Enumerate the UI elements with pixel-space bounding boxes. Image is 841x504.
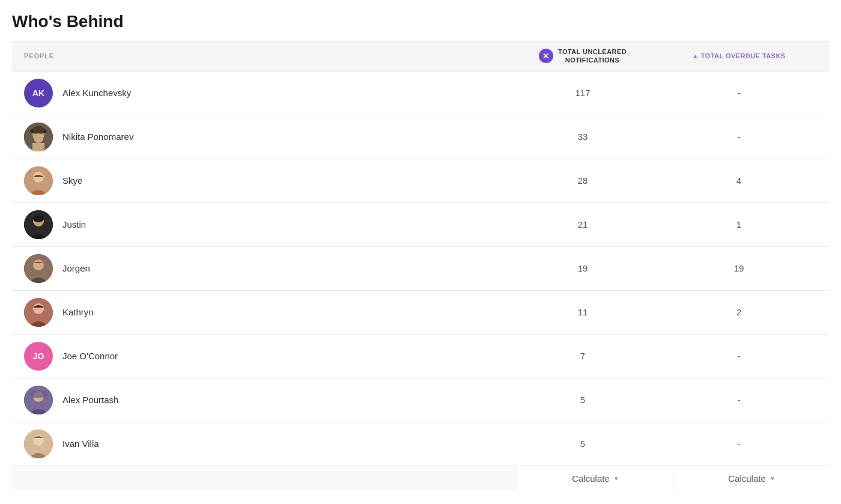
col-overdue-header[interactable]: ▲ TOTAL OVERDUE TASKS xyxy=(661,52,817,59)
avatar-svg xyxy=(24,430,53,458)
calculate-notifications-label: Calculate xyxy=(572,473,610,484)
person-cell: Skye xyxy=(24,166,505,195)
calculate-notifications-button[interactable]: Calculate ▾ xyxy=(517,466,673,491)
footer-empty xyxy=(12,466,517,491)
person-name: Alex Pourtash xyxy=(62,395,118,405)
person-cell: JO Joe O'Connor xyxy=(24,342,505,371)
avatar xyxy=(24,298,53,327)
table-row: Jorgen 19 19 xyxy=(12,247,829,291)
notifications-value: 19 xyxy=(505,263,661,273)
svg-rect-5 xyxy=(32,143,44,151)
avatar-initials: AK xyxy=(32,88,44,98)
notifications-value: 11 xyxy=(505,307,661,317)
avatar-svg xyxy=(24,123,53,151)
overdue-value: 4 xyxy=(661,175,817,186)
table-row: Alex Pourtash 5 - xyxy=(12,378,829,422)
svg-point-12 xyxy=(33,260,44,270)
table-row: Justin 21 1 xyxy=(12,203,829,247)
avatar-svg xyxy=(24,210,53,239)
table-row: Skye 28 4 xyxy=(12,159,829,203)
col-notifications-header: ✕ TOTAL UNCLEAREDNOTIFICATIONS xyxy=(505,47,661,65)
svg-point-4 xyxy=(34,133,43,143)
table-header: PEOPLE ✕ TOTAL UNCLEAREDNOTIFICATIONS ▲ … xyxy=(12,41,829,71)
avatar-svg xyxy=(24,254,53,283)
overdue-value: - xyxy=(661,351,817,361)
person-name: Joe O'Connor xyxy=(62,351,118,361)
avatar-svg xyxy=(24,386,53,414)
avatar xyxy=(24,430,53,458)
table-container: PEOPLE ✕ TOTAL UNCLEAREDNOTIFICATIONS ▲ … xyxy=(12,41,829,491)
svg-point-14 xyxy=(33,303,44,314)
notifications-value: 7 xyxy=(505,351,661,361)
person-cell: AK Alex Kunchevsky xyxy=(24,79,505,108)
close-notifications-button[interactable]: ✕ xyxy=(539,49,553,63)
person-cell: Ivan Villa xyxy=(24,430,505,458)
person-cell: Nikita Ponomarev xyxy=(24,123,505,151)
chevron-down-icon: ▾ xyxy=(615,475,618,482)
person-name: Skye xyxy=(62,175,82,186)
table-row: Nikita Ponomarev 33 - xyxy=(12,115,829,159)
sort-arrow-icon: ▲ xyxy=(692,53,698,59)
notifications-value: 33 xyxy=(505,132,661,142)
person-name: Kathryn xyxy=(62,307,94,317)
svg-rect-17 xyxy=(30,390,47,398)
overdue-value: - xyxy=(661,395,817,405)
col-people-header: PEOPLE xyxy=(24,52,505,59)
overdue-value: - xyxy=(661,439,817,449)
notifications-value: 5 xyxy=(505,395,661,405)
notifications-value: 5 xyxy=(505,439,661,449)
avatar-svg xyxy=(24,298,53,327)
notifications-value: 117 xyxy=(505,88,661,98)
avatar xyxy=(24,254,53,283)
overdue-col-label: TOTAL OVERDUE TASKS xyxy=(701,52,786,59)
table-row: Kathryn 11 2 xyxy=(12,291,829,335)
avatar: AK xyxy=(24,79,53,108)
svg-point-3 xyxy=(33,126,44,134)
overdue-value: 19 xyxy=(661,263,817,273)
footer-row: Calculate ▾ Calculate ▾ xyxy=(12,466,829,491)
avatar-initials: JO xyxy=(33,351,44,361)
person-cell: Alex Pourtash xyxy=(24,386,505,414)
person-cell: Kathryn xyxy=(24,298,505,327)
person-name: Alex Kunchevsky xyxy=(62,88,131,98)
avatar xyxy=(24,166,53,195)
notifications-value: 21 xyxy=(505,219,661,229)
calculate-overdue-label: Calculate xyxy=(728,473,766,484)
table-row: AK Alex Kunchevsky 117 - xyxy=(12,71,829,115)
page-container: Who's Behind PEOPLE ✕ TOTAL UNCLEAREDNOT… xyxy=(0,0,841,491)
svg-point-10 xyxy=(33,215,44,222)
notifications-value: 28 xyxy=(505,175,661,186)
overdue-value: 2 xyxy=(661,307,817,317)
avatar xyxy=(24,210,53,239)
calculate-overdue-button[interactable]: Calculate ▾ xyxy=(673,466,829,491)
notifications-col-label: TOTAL UNCLEAREDNOTIFICATIONS xyxy=(558,47,627,65)
overdue-value: - xyxy=(661,132,817,142)
person-name: Ivan Villa xyxy=(62,439,99,449)
avatar xyxy=(24,123,53,151)
avatar: JO xyxy=(24,342,53,371)
page-title: Who's Behind xyxy=(12,12,829,41)
avatar xyxy=(24,386,53,414)
person-cell: Justin xyxy=(24,210,505,239)
person-name: Jorgen xyxy=(62,263,90,273)
person-cell: Jorgen xyxy=(24,254,505,283)
table-body: AK Alex Kunchevsky 117 - xyxy=(12,71,829,466)
overdue-value: - xyxy=(661,88,817,98)
person-name: Nikita Ponomarev xyxy=(62,132,133,142)
table-row: Ivan Villa 5 - xyxy=(12,422,829,466)
chevron-down-icon-2: ▾ xyxy=(771,475,774,482)
avatar-svg xyxy=(24,166,53,195)
table-row: JO Joe O'Connor 7 - xyxy=(12,335,829,378)
person-name: Justin xyxy=(62,219,86,229)
overdue-value: 1 xyxy=(661,219,817,229)
